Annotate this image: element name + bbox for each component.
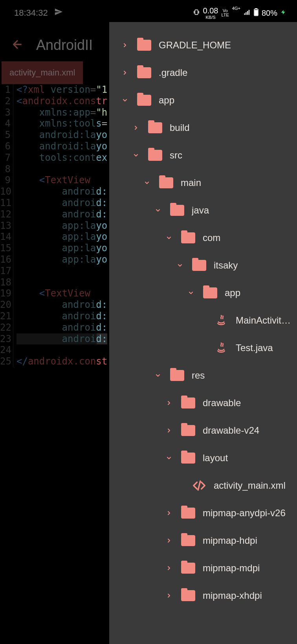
tree-item-label: app xyxy=(159,95,292,106)
tree-item[interactable]: itsaky xyxy=(109,252,297,279)
chevron-right-icon[interactable] xyxy=(164,537,174,544)
chevron-right-icon[interactable] xyxy=(120,70,130,76)
chevron-down-icon[interactable] xyxy=(186,290,196,296)
folder-icon xyxy=(159,177,174,189)
tree-item-label: .gradle xyxy=(159,67,292,78)
tree-item-label: app xyxy=(225,287,292,298)
tree-item[interactable]: MainActivity.java xyxy=(109,307,297,334)
chevron-down-icon[interactable] xyxy=(153,372,163,379)
chevron-down-icon[interactable] xyxy=(164,235,174,241)
tree-item[interactable]: drawable-v24 xyxy=(109,417,297,444)
tree-item[interactable]: java xyxy=(109,197,297,224)
tree-item[interactable]: drawable xyxy=(109,389,297,417)
status-time: 18:34:32 xyxy=(14,8,48,18)
folder-icon xyxy=(181,507,196,519)
chevron-down-icon[interactable] xyxy=(120,97,130,103)
svg-rect-6 xyxy=(255,8,257,9)
editor-code[interactable]: <?xml version="1<androidx.constr xmlns:a… xyxy=(13,84,107,367)
tree-item[interactable]: build xyxy=(109,114,297,142)
svg-line-8 xyxy=(198,481,200,490)
tree-item[interactable]: res xyxy=(109,362,297,389)
chevron-down-icon[interactable] xyxy=(131,152,141,158)
folder-icon xyxy=(181,452,196,464)
svg-rect-2 xyxy=(246,12,246,15)
signal-type: 4G+ xyxy=(232,6,240,11)
tree-item[interactable]: main xyxy=(109,169,297,197)
chevron-right-icon[interactable] xyxy=(164,510,174,516)
tree-item[interactable]: GRADLE_HOME xyxy=(109,31,297,59)
tree-item-label: java xyxy=(192,205,292,216)
tree-item-label: mipmap-anydpi-v26 xyxy=(203,508,292,519)
tree-item-label: src xyxy=(170,150,292,161)
tree-item[interactable]: mipmap-mdpi xyxy=(109,554,297,582)
java-file-icon xyxy=(214,342,229,354)
tree-item-label: main xyxy=(181,177,292,188)
folder-icon xyxy=(181,535,196,546)
chevron-right-icon[interactable] xyxy=(164,427,174,434)
tree-item-label: GRADLE_HOME xyxy=(159,40,292,51)
signal-bars-icon xyxy=(244,9,251,18)
battery-icon xyxy=(254,8,258,18)
page-title: AndroidII xyxy=(36,37,93,53)
tree-item[interactable]: mipmap-hdpi xyxy=(109,527,297,554)
tree-item[interactable]: .gradle xyxy=(109,59,297,86)
svg-rect-1 xyxy=(244,13,245,15)
tree-item[interactable]: mipmap-xhdpi xyxy=(109,582,297,609)
folder-icon xyxy=(181,562,196,574)
net-speed: 0.08 KB/S xyxy=(203,6,218,20)
folder-icon xyxy=(170,370,185,381)
tree-item-label: drawable xyxy=(203,397,292,408)
tree-item-label: MainActivity.java xyxy=(236,315,292,326)
java-file-icon xyxy=(214,315,229,326)
tree-item[interactable]: mipmap-anydpi-v26 xyxy=(109,499,297,527)
folder-icon xyxy=(181,232,196,244)
chevron-down-icon[interactable] xyxy=(164,455,174,461)
chevron-right-icon[interactable] xyxy=(164,565,174,571)
chevron-right-icon[interactable] xyxy=(131,125,141,131)
tree-item[interactable]: app xyxy=(109,86,297,114)
folder-icon xyxy=(181,397,196,409)
charging-icon xyxy=(280,8,286,18)
tree-item[interactable]: src xyxy=(109,142,297,169)
svg-rect-0 xyxy=(195,10,198,15)
editor-gutter: 1234567891011121314151617181920212223242… xyxy=(0,84,13,367)
chevron-right-icon[interactable] xyxy=(164,592,174,599)
tree-item-label: activity_main.xml xyxy=(214,480,292,491)
chevron-down-icon[interactable] xyxy=(153,207,163,213)
telegram-icon xyxy=(54,7,63,18)
tree-item-label: res xyxy=(192,370,292,381)
tree-item-label: mipmap-hdpi xyxy=(203,535,292,546)
volte-indicator: Vo LTE xyxy=(222,9,229,17)
tree-item-label: build xyxy=(170,122,292,133)
folder-icon xyxy=(181,590,196,602)
svg-rect-7 xyxy=(255,10,257,15)
svg-rect-4 xyxy=(249,10,249,15)
folder-icon xyxy=(137,67,152,79)
svg-rect-3 xyxy=(247,11,248,15)
tree-item[interactable]: Test.java xyxy=(109,334,297,362)
chevron-down-icon[interactable] xyxy=(142,180,152,186)
tree-item[interactable]: com xyxy=(109,224,297,252)
folder-icon xyxy=(137,39,152,51)
tree-item-label: drawable-v24 xyxy=(203,425,292,436)
tab-file[interactable]: activity_main.xml xyxy=(2,61,83,84)
chevron-right-icon[interactable] xyxy=(120,42,130,48)
tree-item-label: mipmap-xhdpi xyxy=(203,590,292,601)
folder-icon xyxy=(148,149,163,161)
back-button[interactable] xyxy=(11,38,24,52)
chevron-right-icon[interactable] xyxy=(164,400,174,406)
folder-icon xyxy=(181,425,196,436)
tree-item[interactable]: layout xyxy=(109,444,297,472)
vibrate-icon xyxy=(193,9,200,18)
chevron-down-icon[interactable] xyxy=(175,262,185,269)
folder-icon xyxy=(203,287,218,299)
tree-item[interactable]: app xyxy=(109,279,297,307)
tree-item-label: mipmap-mdpi xyxy=(203,563,292,574)
file-tree-drawer[interactable]: GRADLE_HOME.gradleappbuildsrcmainjavacom… xyxy=(109,22,297,644)
folder-icon xyxy=(137,94,152,106)
tree-item[interactable]: activity_main.xml xyxy=(109,472,297,499)
battery-percent: 80% xyxy=(262,9,277,18)
folder-icon xyxy=(148,122,163,134)
folder-icon xyxy=(192,259,207,271)
tree-item-label: itsaky xyxy=(214,260,292,271)
